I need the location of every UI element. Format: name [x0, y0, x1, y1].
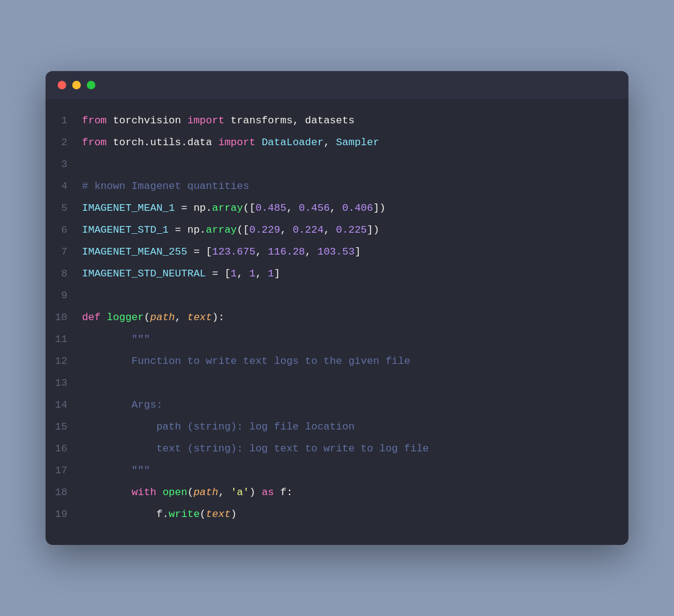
code-line: 2 from torch.utils.data import DataLoade…: [46, 133, 628, 155]
code-content: IMAGENET_STD_NEUTRAL = [1, 1, 1]: [82, 265, 280, 282]
code-line: 11 """: [46, 330, 628, 352]
line-number: 16: [46, 443, 82, 454]
code-content: from torch.utils.data import DataLoader,…: [82, 134, 380, 151]
code-line: 18 with open(path, 'a') as f:: [46, 483, 628, 505]
line-number: 17: [46, 465, 82, 476]
code-line: 14 Args:: [46, 395, 628, 417]
code-line: 12 Function to write text logs to the gi…: [46, 352, 628, 374]
code-content: [82, 287, 88, 304]
line-number: 7: [46, 246, 82, 258]
titlebar: [46, 71, 628, 99]
code-content: from torchvision import transforms, data…: [82, 112, 355, 129]
code-line: 7 IMAGENET_MEAN_255 = [123.675, 116.28, …: [46, 242, 628, 264]
line-number: 3: [46, 159, 82, 170]
line-number: 9: [46, 290, 82, 301]
code-line: 4 # known Imagenet quantities: [46, 177, 628, 199]
code-line: 6 IMAGENET_STD_1 = np.array([0.229, 0.22…: [46, 221, 628, 242]
code-line: 8 IMAGENET_STD_NEUTRAL = [1, 1, 1]: [46, 264, 628, 286]
code-line: 16 text (string): log text to write to l…: [46, 439, 628, 461]
line-number: 19: [46, 508, 82, 520]
code-content: text (string): log text to write to log …: [82, 440, 429, 457]
code-editor: 1 from torchvision import transforms, da…: [46, 99, 628, 545]
code-content: IMAGENET_MEAN_1 = np.array([0.485, 0.456…: [82, 200, 386, 216]
code-content: [82, 156, 88, 173]
code-window: 1 from torchvision import transforms, da…: [46, 71, 628, 545]
code-line: 17 """: [46, 461, 628, 483]
code-line: 1 from torchvision import transforms, da…: [46, 111, 628, 133]
line-number: 18: [46, 487, 82, 498]
line-number: 14: [46, 399, 82, 411]
line-number: 15: [46, 421, 82, 433]
code-content: def logger(path, text):: [82, 309, 225, 326]
code-line: 15 path (string): log file location: [46, 417, 628, 439]
code-content: Function to write text logs to the given…: [82, 353, 410, 369]
line-number: 10: [46, 312, 82, 323]
code-content: f.write(text): [82, 506, 237, 522]
code-content: path (string): log file location: [82, 419, 355, 435]
line-number: 11: [46, 334, 82, 345]
code-line: 3: [46, 155, 628, 177]
code-content: """: [82, 331, 150, 347]
code-content: # known Imagenet quantities: [82, 178, 249, 194]
code-content: Args:: [82, 397, 163, 413]
code-line: 9: [46, 286, 628, 308]
code-line: 19 f.write(text): [46, 505, 628, 527]
line-number: 4: [46, 180, 82, 192]
line-number: 5: [46, 202, 82, 214]
code-content: [82, 375, 88, 391]
line-number: 1: [46, 115, 82, 126]
close-button[interactable]: [58, 81, 66, 89]
code-content: with open(path, 'a') as f:: [82, 484, 293, 501]
line-number: 6: [46, 224, 82, 236]
maximize-button[interactable]: [87, 81, 95, 89]
code-line: 10 def logger(path, text):: [46, 308, 628, 330]
minimize-button[interactable]: [72, 81, 81, 89]
code-content: IMAGENET_MEAN_255 = [123.675, 116.28, 10…: [82, 244, 361, 260]
line-number: 8: [46, 268, 82, 279]
line-number: 12: [46, 355, 82, 367]
line-number: 2: [46, 137, 82, 148]
line-number: 13: [46, 377, 82, 389]
code-content: """: [82, 462, 150, 479]
code-content: IMAGENET_STD_1 = np.array([0.229, 0.224,…: [82, 222, 380, 238]
code-line: 13: [46, 374, 628, 395]
code-line: 5 IMAGENET_MEAN_1 = np.array([0.485, 0.4…: [46, 199, 628, 221]
